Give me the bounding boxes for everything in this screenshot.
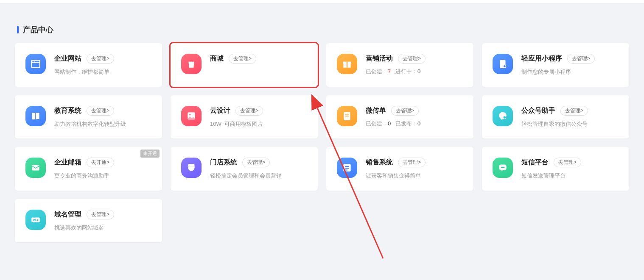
product-card-cloud-design[interactable]: 云设计去管理>10W+可商用模板图片 — [171, 95, 318, 139]
card-desc: 轻松搞定会员管理和会员营销 — [210, 172, 307, 180]
phone-link-icon — [493, 54, 513, 74]
page-icon — [337, 106, 357, 126]
card-title: 短信平台 — [521, 158, 549, 167]
card-title: 企业网站 — [54, 54, 81, 63]
product-card-sales-system[interactable]: 销售系统去管理>让获客和销售变得简单 — [326, 147, 473, 191]
manage-button[interactable]: 去管理> — [398, 158, 426, 167]
product-card-sms[interactable]: 短信平台去管理>短信发送管理平台 — [482, 147, 629, 191]
book-icon — [25, 106, 46, 126]
image-icon — [181, 106, 202, 126]
manage-button[interactable]: 去管理> — [87, 210, 114, 219]
svg-text:W.=: W.= — [33, 218, 39, 222]
product-card-domain[interactable]: W.=域名管理去管理>挑选喜欢的网站域名 — [15, 199, 162, 243]
card-title: 教育系统 — [54, 106, 81, 115]
page-title: 产品中心 — [23, 25, 53, 35]
svg-point-8 — [503, 65, 506, 68]
mail-icon — [25, 158, 46, 178]
card-desc: 10W+可商用模板图片 — [210, 120, 307, 128]
manage-button[interactable]: 去管理> — [229, 54, 256, 64]
manage-button[interactable]: 去管理> — [398, 54, 426, 64]
manage-button[interactable]: 去管理> — [87, 106, 114, 116]
store-icon — [181, 158, 202, 178]
badge-not-activated: 未开通 — [140, 150, 160, 158]
card-title: 域名管理 — [54, 210, 81, 219]
card-title: 公众号助手 — [521, 106, 555, 115]
card-title: 云设计 — [210, 106, 230, 115]
manage-button[interactable]: 去管理> — [554, 158, 581, 167]
manage-button[interactable]: 去管理> — [567, 54, 595, 64]
window-icon — [25, 54, 46, 74]
card-desc: 轻松管理自家的微信公众号 — [521, 120, 619, 128]
manage-button[interactable]: 去开通> — [87, 158, 114, 167]
card-stats: 已创建：7 进行中：0 — [366, 68, 463, 75]
svg-rect-17 — [32, 165, 39, 171]
manage-button[interactable]: 去管理> — [560, 106, 588, 116]
card-desc: 短信发送管理平台 — [521, 172, 619, 180]
product-card-enterprise-site[interactable]: 企业网站去管理>网站制作，维护都简单 — [15, 43, 162, 87]
manage-button[interactable]: 去管理> — [391, 106, 419, 116]
product-card-miniapp[interactable]: 轻应用小程序去管理>制作您的专属小程序 — [482, 43, 629, 87]
card-title: 销售系统 — [366, 158, 393, 167]
section-title: 产品中心 — [17, 25, 629, 35]
manage-button[interactable]: 去管理> — [235, 106, 263, 116]
card-desc: 网站制作，维护都简单 — [54, 68, 151, 76]
message-icon — [493, 158, 513, 178]
card-title: 轻应用小程序 — [521, 54, 562, 63]
gift-icon — [337, 54, 357, 74]
card-title: 微传单 — [366, 106, 386, 115]
product-card-marketing[interactable]: 营销活动去管理>已创建：7 进行中：0 — [326, 43, 473, 87]
manage-button[interactable]: 去管理> — [87, 54, 114, 64]
title-bar-icon — [17, 26, 19, 33]
card-title: 营销活动 — [366, 54, 393, 63]
svg-point-16 — [503, 116, 506, 119]
card-stats: 已创建：0 已发布：0 — [366, 120, 463, 128]
product-card-micro-leaflet[interactable]: 微传单去管理>已创建：0 已发布：0 — [326, 95, 473, 139]
card-desc: 更专业的商务沟通助手 — [54, 172, 151, 180]
product-card-wechat-helper[interactable]: 公众号助手去管理>轻松管理自家的微信公众号 — [482, 95, 629, 139]
product-card-mailbox[interactable]: 未开通企业邮箱去开通>更专业的商务沟通助手 — [15, 147, 162, 191]
svg-point-11 — [189, 114, 190, 115]
manage-button[interactable]: 去管理> — [242, 158, 270, 167]
product-card-store-system[interactable]: 门店系统去管理>轻松搞定会员管理和会员营销 — [171, 147, 318, 191]
svg-point-3 — [34, 61, 35, 62]
card-title: 商城 — [210, 54, 224, 63]
card-desc: 制作您的专属小程序 — [521, 68, 619, 76]
svg-rect-18 — [188, 164, 194, 166]
card-title: 企业邮箱 — [54, 158, 81, 167]
card-desc: 让获客和销售变得简单 — [366, 172, 463, 180]
chat-gear-icon — [493, 106, 513, 126]
card-desc: 助力教培机构数字化转型升级 — [54, 120, 151, 128]
card-desc: 挑选喜欢的网站域名 — [54, 224, 151, 232]
product-card-edu[interactable]: 教育系统去管理>助力教培机构数字化转型升级 — [15, 95, 162, 139]
domain-icon: W.= — [25, 210, 46, 230]
product-card-mall[interactable]: 商城去管理> — [171, 43, 318, 87]
list-icon — [337, 158, 357, 178]
svg-point-2 — [33, 61, 34, 62]
card-title: 门店系统 — [210, 158, 237, 167]
shopping-bag-icon — [181, 54, 202, 74]
